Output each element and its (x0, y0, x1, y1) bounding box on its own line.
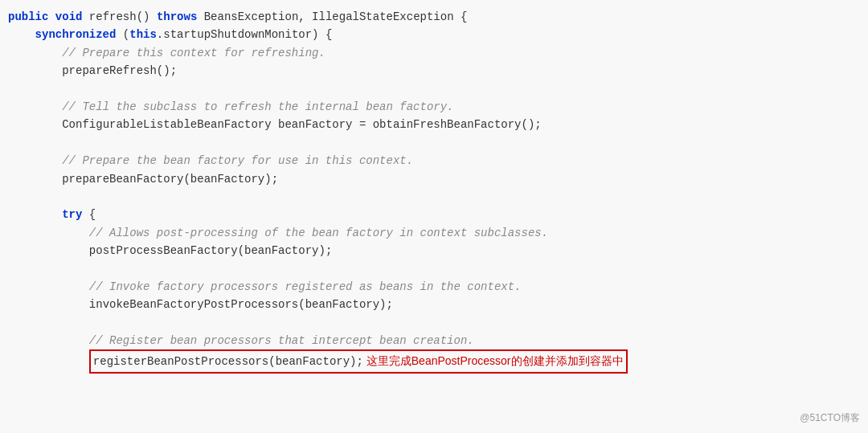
method-name: refresh (89, 10, 137, 23)
call-obtainFreshBeanFactory: ConfigurableListableBeanFactory beanFact… (62, 118, 542, 131)
code-line-10: prepareBeanFactory(beanFactory); (0, 170, 868, 188)
code-container: public void refresh() throws BeansExcept… (0, 0, 868, 433)
code-line-14: postProcessBeanFactory(beanFactory); (0, 242, 868, 259)
code-line-16: // Invoke factory processors registered … (0, 278, 868, 296)
chinese-annotation: 这里完成BeanPostProcessor的创建并添加到容器中 (363, 354, 624, 367)
code-line-19: // Register bean processors that interce… (0, 332, 868, 349)
code-line-13: // Allows post-processing of the bean fa… (0, 224, 868, 242)
comment-tell-subclass: // Tell the subclass to refresh the inte… (62, 100, 453, 113)
keyword-public: public (8, 10, 48, 23)
code-line-7: ConfigurableListableBeanFactory beanFact… (0, 116, 868, 133)
comment-prepare-context: // Prepare this context for refreshing. (62, 47, 326, 59)
code-line-17: invokeBeanFactoryPostProcessors(beanFact… (0, 296, 868, 313)
code-line-empty-5 (0, 314, 868, 332)
code-line-4: prepareRefresh(); (0, 62, 868, 80)
keyword-throws: throws (157, 10, 197, 23)
code-line-empty-1 (0, 80, 868, 98)
comment-register-bean-processors: // Register bean processors that interce… (89, 334, 474, 347)
comment-prepare-beanfactory: // Prepare the bean factory for use in t… (62, 154, 413, 167)
code-line-2: synchronized (this.startupShutdownMonito… (0, 26, 868, 43)
comment-invoke-factory-processors: // Invoke factory processors registered … (89, 280, 522, 293)
code-line-1: public void refresh() throws BeansExcept… (0, 8, 868, 26)
keyword-void: void (55, 10, 83, 23)
call-prepareBeanFactory: prepareBeanFactory(beanFactory); (62, 173, 278, 186)
call-prepareRefresh: prepareRefresh(); (62, 64, 177, 77)
keyword-try: try (62, 208, 82, 221)
call-postProcessBeanFactory: postProcessBeanFactory(beanFactory); (89, 244, 332, 257)
code-line-12: try { (0, 206, 868, 223)
code-line-empty-4 (0, 259, 868, 277)
code-line-20: registerBeanPostProcessors(beanFactory);… (0, 349, 868, 373)
code-line-6: // Tell the subclass to refresh the inte… (0, 98, 868, 116)
comment-allows-post-processing: // Allows post-processing of the bean fa… (89, 227, 548, 239)
highlighted-register-line: registerBeanPostProcessors(beanFactory);… (89, 349, 628, 373)
code-line-empty-3 (0, 188, 868, 206)
call-invokeBeanFactoryPostProcessors: invokeBeanFactoryPostProcessors(beanFact… (89, 298, 393, 311)
call-registerBeanPostProcessors: registerBeanPostProcessors(beanFactory); (93, 355, 363, 368)
keyword-this: this (129, 28, 157, 41)
code-line-empty-2 (0, 134, 868, 152)
code-line-3: // Prepare this context for refreshing. (0, 44, 868, 62)
code-line-9: // Prepare the bean factory for use in t… (0, 152, 868, 170)
watermark: @51CTO博客 (800, 411, 860, 425)
keyword-synchronized: synchronized (35, 28, 117, 41)
